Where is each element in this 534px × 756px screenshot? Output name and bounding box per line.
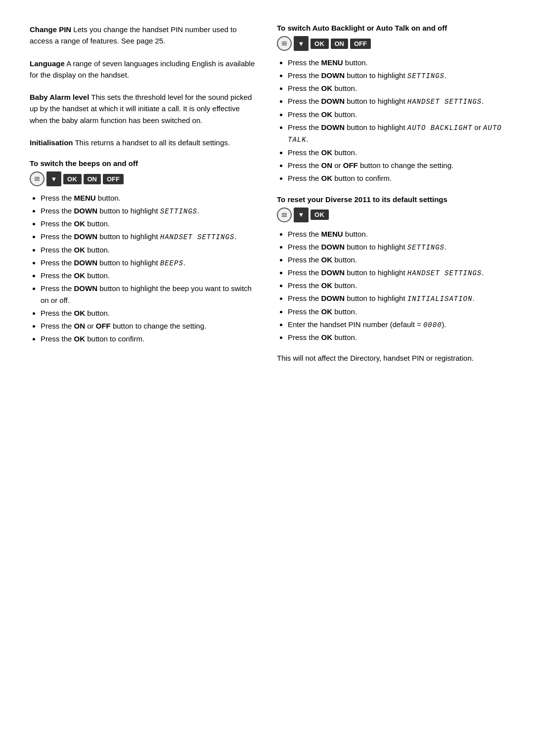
ok-btn-reset: OK xyxy=(311,210,329,220)
baby-alarm-term: Baby Alarm level xyxy=(30,93,89,101)
beeps-step-1: Press the MENU button. xyxy=(41,192,257,204)
change-pin-term: Change PIN xyxy=(30,25,71,34)
section-initialisation-desc: Initialisation This returns a handset to… xyxy=(30,137,257,148)
reset-step-2: Press the DOWN button to highlight SETTI… xyxy=(288,241,504,253)
backlight-step-2: Press the DOWN button to highlight SETTI… xyxy=(288,70,504,82)
down-arrow-btn-backlight: ▼ xyxy=(294,36,309,51)
reset-step-5: Press the OK button. xyxy=(288,280,504,292)
menu-icon xyxy=(34,175,41,182)
menu-circle-icon-reset xyxy=(277,208,292,222)
beeps-step-4: Press the DOWN button to highlight HANDS… xyxy=(41,231,257,243)
down-arrow-btn-beeps: ▼ xyxy=(46,171,61,186)
section-reset: To reset your Diverse 2011 to its defaul… xyxy=(277,195,504,365)
backlight-step-3: Press the OK button. xyxy=(288,83,504,94)
section-beeps: To switch the beeps on and off ▼ OK ON O… xyxy=(30,159,257,345)
reset-step-1: Press the MENU button. xyxy=(288,228,504,240)
backlight-step-7: Press the OK button. xyxy=(288,147,504,159)
reset-btn-strip: ▼ OK xyxy=(277,208,504,222)
backlight-btn-strip: ▼ OK ON OFF xyxy=(277,36,504,51)
reset-step-8: Enter the handset PIN number (default = … xyxy=(288,319,504,331)
right-column: To switch Auto Backlight or Auto Talk on… xyxy=(277,24,504,375)
change-pin-text: Change PIN Lets you change the handset P… xyxy=(30,24,257,47)
baby-alarm-text: Baby Alarm level This sets the threshold… xyxy=(30,91,257,126)
backlight-step-8: Press the ON or OFF button to change the… xyxy=(288,160,504,171)
left-column: Change PIN Lets you change the handset P… xyxy=(30,24,257,375)
ok-btn-backlight: OK xyxy=(311,39,329,49)
backlight-steps-list: Press the MENU button. Press the DOWN bu… xyxy=(277,57,504,184)
menu-icon-reset xyxy=(281,211,288,218)
off-btn-beeps: OFF xyxy=(103,174,124,184)
beeps-step-10: Press the ON or OFF button to change the… xyxy=(41,320,257,332)
beeps-step-11: Press the OK button to confirm. xyxy=(41,333,257,345)
beeps-step-2: Press the DOWN button to highlight SETTI… xyxy=(41,205,257,217)
beeps-btn-strip: ▼ OK ON OFF xyxy=(30,171,257,186)
reset-step-3: Press the OK button. xyxy=(288,254,504,266)
beeps-steps-list: Press the MENU button. Press the DOWN bu… xyxy=(30,192,257,345)
backlight-step-5: Press the OK button. xyxy=(288,109,504,121)
reset-step-7: Press the OK button. xyxy=(288,306,504,318)
beeps-step-8: Press the DOWN button to highlight the b… xyxy=(41,283,257,306)
ok-btn-beeps: OK xyxy=(63,174,82,184)
menu-icon-backlight xyxy=(281,40,288,47)
beeps-heading: To switch the beeps on and off xyxy=(30,159,257,168)
language-text: Language A range of seven languages incl… xyxy=(30,58,257,81)
backlight-heading: To switch Auto Backlight or Auto Talk on… xyxy=(277,24,504,32)
menu-circle-icon xyxy=(30,171,44,186)
section-language: Language A range of seven languages incl… xyxy=(30,58,257,81)
backlight-step-1: Press the MENU button. xyxy=(288,57,504,69)
on-btn-backlight: ON xyxy=(331,39,349,49)
reset-steps-list: Press the MENU button. Press the DOWN bu… xyxy=(277,228,504,344)
on-btn-beeps: ON xyxy=(84,174,101,184)
down-arrow-btn-reset: ▼ xyxy=(294,208,309,222)
beeps-step-6: Press the DOWN button to highlight BEEPS… xyxy=(41,257,257,269)
backlight-step-4: Press the DOWN button to highlight HANDS… xyxy=(288,95,504,107)
section-backlight: To switch Auto Backlight or Auto Talk on… xyxy=(277,24,504,184)
page-wrapper: Change PIN Lets you change the handset P… xyxy=(30,24,504,756)
beeps-step-7: Press the OK button. xyxy=(41,270,257,282)
beeps-step-5: Press the OK button. xyxy=(41,244,257,256)
section-change-pin: Change PIN Lets you change the handset P… xyxy=(30,24,257,47)
page-layout: Change PIN Lets you change the handset P… xyxy=(30,24,504,375)
reset-step-4: Press the DOWN button to highlight HANDS… xyxy=(288,267,504,279)
language-term: Language xyxy=(30,59,65,68)
beeps-step-3: Press the OK button. xyxy=(41,218,257,230)
reset-heading: To reset your Diverse 2011 to its defaul… xyxy=(277,195,504,204)
backlight-step-9: Press the OK button to confirm. xyxy=(288,172,504,184)
off-btn-backlight: OFF xyxy=(350,39,371,49)
reset-step-6: Press the DOWN button to highlight INITI… xyxy=(288,293,504,304)
menu-circle-icon-backlight xyxy=(277,36,292,51)
beeps-step-9: Press the OK button. xyxy=(41,307,257,319)
reset-step-9: Press the OK button. xyxy=(288,332,504,343)
initialisation-text: Initialisation This returns a handset to… xyxy=(30,137,257,148)
initialisation-term: Initialisation xyxy=(30,138,73,147)
section-baby-alarm: Baby Alarm level This sets the threshold… xyxy=(30,91,257,126)
backlight-step-6: Press the DOWN button to highlight AUTO … xyxy=(288,122,504,146)
reset-note: This will not affect the Directory, hand… xyxy=(277,352,504,364)
